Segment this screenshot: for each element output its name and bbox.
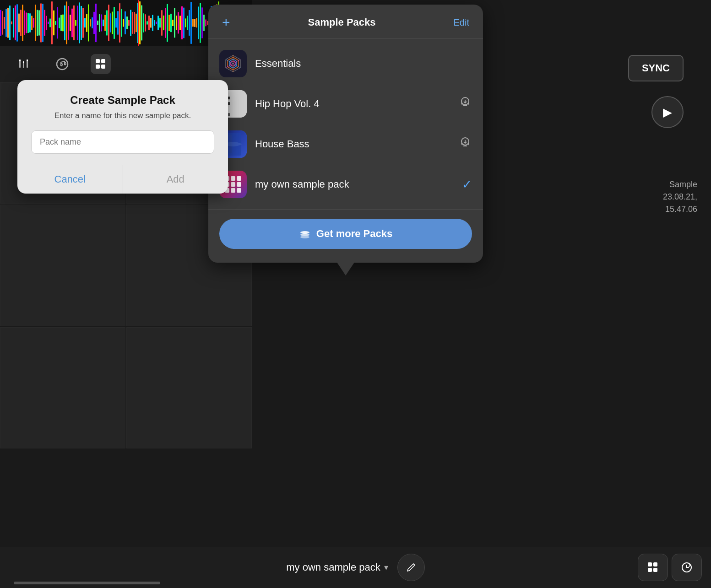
essentials-icon (219, 50, 247, 77)
get-more-packs-button[interactable]: Get more Packs (219, 219, 472, 249)
svg-rect-31 (237, 176, 241, 181)
edit-packs-button[interactable]: Edit (454, 17, 469, 28)
svg-rect-30 (231, 176, 235, 181)
get-more-label: Get more Packs (316, 228, 392, 240)
bottom-bar: my own sample pack ▾ (0, 547, 711, 588)
svg-rect-33 (231, 182, 235, 187)
mypack-check-icon: ✓ (462, 178, 472, 192)
pack-item-hiphop[interactable]: ■■■ ■ ■ ■■ ■■■ Hip Hop Vol. 4 (208, 84, 483, 124)
mypack-label: my own sample pack (255, 178, 454, 190)
svg-rect-34 (237, 182, 241, 187)
loop-button[interactable] (672, 554, 702, 581)
pack-item-essentials[interactable]: Essentials (208, 43, 483, 84)
svg-rect-8 (101, 59, 105, 63)
svg-rect-9 (96, 65, 100, 69)
current-pack-name: my own sample pack (286, 561, 380, 573)
pack-name-input[interactable] (31, 130, 214, 154)
play-button[interactable]: ▶ (651, 96, 684, 128)
hiphop-label: Hip Hop Vol. 4 (255, 98, 450, 110)
svg-point-40 (300, 231, 309, 234)
popover-footer: Get more Packs (208, 209, 483, 263)
svg-line-41 (413, 564, 415, 565)
svg-rect-0 (19, 60, 21, 68)
pack-item-mypack[interactable]: my own sample pack ✓ (208, 164, 483, 205)
popover-header: + Sample Packs Edit (208, 5, 483, 39)
loop-icon (681, 561, 693, 573)
popover-title: Sample Packs (230, 16, 454, 28)
essentials-label: Essentials (255, 58, 472, 70)
svg-rect-4 (27, 60, 28, 68)
scroll-bar[interactable] (14, 582, 160, 584)
chevron-down-icon: ▾ (384, 562, 388, 572)
dialog-title: Create Sample Pack (31, 94, 214, 107)
current-pack-selector[interactable]: my own sample pack ▾ (286, 561, 388, 573)
create-sample-pack-dialog: Create Sample Pack Enter a name for this… (17, 80, 228, 194)
sample-time: 15.47.06 (663, 203, 697, 216)
sample-date: 23.08.21, (663, 191, 697, 203)
svg-rect-42 (648, 562, 652, 566)
svg-rect-3 (23, 61, 24, 63)
svg-rect-7 (96, 59, 100, 63)
music-note-icon[interactable] (52, 54, 72, 74)
svg-rect-37 (237, 188, 241, 193)
dialog-content: Create Sample Pack Enter a name for this… (17, 80, 228, 165)
popover-arrow (337, 262, 355, 275)
grid-view-icon (647, 561, 659, 573)
grid-icon[interactable] (91, 54, 111, 74)
hiphop-download-icon[interactable] (458, 96, 472, 113)
edit-pack-button[interactable] (397, 554, 425, 581)
sample-packs-popover: + Sample Packs Edit Essentials (208, 5, 483, 263)
grid-cell-5[interactable] (0, 327, 125, 448)
svg-rect-43 (653, 562, 657, 566)
bottom-right-buttons (638, 554, 702, 581)
sample-label: Sample (663, 178, 697, 191)
dialog-subtitle: Enter a name for this new sample pack. (31, 111, 214, 120)
sample-info: Sample 23.08.21, 15.47.06 (663, 178, 697, 216)
housebass-label: House Bass (255, 138, 450, 150)
grid-cell-6[interactable] (126, 327, 252, 448)
sync-button[interactable]: SYNC (628, 55, 684, 81)
svg-rect-10 (101, 65, 105, 69)
housebass-download-icon[interactable] (458, 136, 472, 153)
svg-rect-45 (653, 568, 657, 572)
play-icon: ▶ (663, 105, 672, 119)
svg-rect-5 (27, 59, 28, 61)
svg-rect-1 (19, 59, 21, 61)
pack-list: Essentials ■■■ ■ ■ ■■ ■■■ Hip Hop Vol. 4 (208, 39, 483, 209)
pack-item-housebass[interactable]: House Bass (208, 124, 483, 164)
mixer-icon[interactable] (14, 54, 34, 74)
add-pack-button[interactable]: + (222, 16, 230, 29)
grid-cell-3[interactable] (0, 205, 125, 326)
add-button[interactable]: Add (123, 165, 228, 194)
dialog-buttons: Cancel Add (17, 165, 228, 194)
cancel-button[interactable]: Cancel (17, 165, 123, 194)
svg-rect-44 (648, 568, 652, 572)
pencil-icon (406, 562, 416, 572)
svg-rect-36 (231, 188, 235, 193)
grid-view-button[interactable] (638, 554, 668, 581)
stacked-layers-icon (299, 228, 311, 240)
